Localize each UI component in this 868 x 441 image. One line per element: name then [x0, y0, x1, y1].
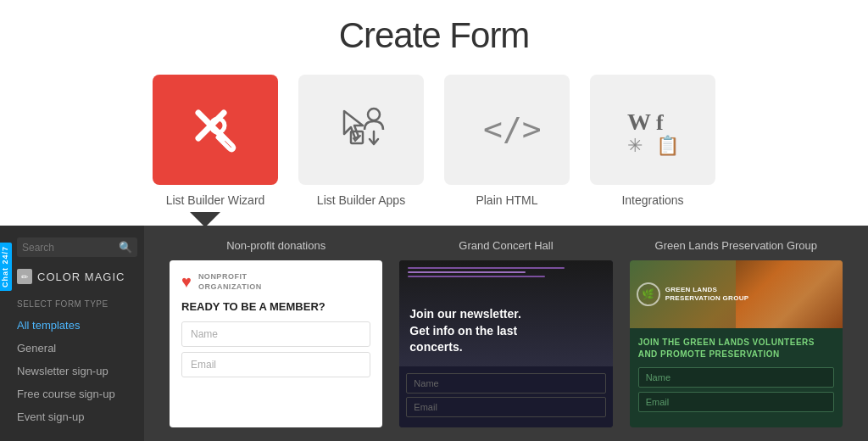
svg-point-2: [211, 119, 225, 132]
template-nonprofit-card[interactable]: Non-profit donations ♥ NONPROFITORGANIZA…: [170, 239, 382, 427]
list-builder-apps-card[interactable]: List Builder Apps: [298, 75, 424, 207]
nonprofit-email-field: Email: [181, 352, 370, 377]
nonprofit-logo: ♥ NONPROFITORGANIZATION: [181, 272, 370, 292]
concert-name-field: Name: [406, 373, 605, 394]
concert-lines: [399, 267, 612, 277]
list-builder-wizard-icon: [153, 75, 278, 185]
template-nonprofit-preview: ♥ NONPROFITORGANIZATION READY TO BE A ME…: [170, 260, 382, 427]
brand-row: ✏ COLOR MAGIC: [0, 265, 144, 291]
concert-header: Join our newsletter.Get info on the last…: [399, 260, 612, 366]
nonprofit-name-field: Name: [181, 321, 370, 347]
svg-text:W: W: [627, 109, 651, 135]
nonprofit-form: ♥ NONPROFITORGANIZATION READY TO BE A ME…: [170, 260, 382, 427]
brand-icon: ✏: [17, 269, 32, 284]
sidebar-item-all-templates[interactable]: All templates: [0, 314, 144, 337]
templates-area: Non-profit donations ♥ NONPROFITORGANIZA…: [144, 226, 868, 441]
sidebar-section-label: SELECT FORM TYPE: [0, 296, 144, 314]
svg-text:✳: ✳: [627, 135, 643, 156]
search-input[interactable]: [22, 242, 119, 254]
greenlands-email-field: Email: [638, 392, 834, 412]
search-bar[interactable]: 🔍: [17, 237, 137, 257]
page-title: Create Form: [339, 15, 530, 56]
concert-email-field: Email: [406, 397, 605, 417]
concert-form: Join our newsletter.Get info on the last…: [399, 260, 612, 427]
template-greenlands-title: Green Lands Preservation Group: [630, 239, 843, 252]
integrations-card[interactable]: W f ✳ 📋 Integrations: [590, 75, 715, 207]
search-icon: 🔍: [119, 241, 132, 254]
plain-html-icon: </>: [444, 75, 570, 185]
template-concert-card[interactable]: Grand Concert Hall Join our newsletter.G…: [399, 239, 612, 427]
svg-point-3: [368, 109, 380, 120]
greenlands-form: 🌿 GREEN LANDSPRESERVATION GROUP JOIN THE…: [630, 260, 843, 427]
sidebar-item-newsletter-signup[interactable]: Newsletter sign-up: [0, 360, 144, 382]
sidebar-item-event-signup[interactable]: Event sign-up: [0, 405, 144, 428]
plain-html-label: Plain HTML: [476, 193, 537, 207]
greenlands-body: JOIN THE GREEN LANDS VOLUNTEERSAND PROMO…: [630, 328, 843, 427]
svg-text:📋: 📋: [656, 134, 680, 157]
list-builder-apps-label: List Builder Apps: [317, 193, 405, 207]
wizard-arrow: [190, 212, 220, 227]
fox-overlay: [736, 260, 843, 328]
list-builder-wizard-card[interactable]: List Builder Wizard: [153, 75, 278, 207]
template-greenlands-preview: 🌿 GREEN LANDSPRESERVATION GROUP JOIN THE…: [630, 260, 843, 427]
plain-html-card[interactable]: </> Plain HTML: [444, 75, 570, 207]
sidebar-item-general[interactable]: General: [0, 337, 144, 360]
sidebar-item-free-course-signup[interactable]: Free course sign-up: [0, 382, 144, 405]
svg-text:</>: </>: [483, 110, 541, 148]
list-builder-wizard-label: List Builder Wizard: [166, 193, 265, 207]
heart-icon: ♥: [181, 272, 192, 292]
list-builder-apps-icon: [298, 75, 424, 185]
template-concert-title: Grand Concert Hall: [399, 239, 612, 252]
sidebar: Chat 24/7 🔍 ✏ COLOR MAGIC SELECT FORM TY…: [0, 226, 144, 441]
template-greenlands-card[interactable]: Green Lands Preservation Group 🌿 GREEN L…: [630, 239, 843, 427]
top-section: Create Form List Builder Wizard: [0, 0, 868, 226]
greenlands-heading: JOIN THE GREEN LANDS VOLUNTEERSAND PROMO…: [638, 337, 834, 360]
concert-bottom: Name Email: [399, 366, 612, 427]
greenlands-logo: 🌿: [637, 282, 660, 306]
bottom-section: Chat 24/7 🔍 ✏ COLOR MAGIC SELECT FORM TY…: [0, 226, 868, 441]
greenlands-org-name: GREEN LANDSPRESERVATION GROUP: [665, 286, 749, 304]
chat-button[interactable]: Chat 24/7: [0, 243, 12, 291]
integrations-label: Integrations: [621, 193, 683, 207]
nonprofit-org-text: NONPROFITORGANIZATION: [198, 272, 262, 292]
template-concert-preview: Join our newsletter.Get info on the last…: [399, 260, 612, 427]
greenlands-image: 🌿 GREEN LANDSPRESERVATION GROUP: [630, 260, 843, 328]
nonprofit-heading: READY TO BE A MEMBER?: [181, 300, 370, 313]
integrations-icon: W f ✳ 📋: [590, 75, 715, 185]
greenlands-name-field: Name: [638, 367, 834, 388]
brand-name: COLOR MAGIC: [37, 271, 125, 283]
wizard-cards: List Builder Wizard: [153, 75, 715, 207]
template-nonprofit-title: Non-profit donations: [170, 239, 382, 252]
svg-text:f: f: [656, 110, 664, 135]
concert-text: Join our newsletter.Get info on the last…: [409, 306, 602, 356]
